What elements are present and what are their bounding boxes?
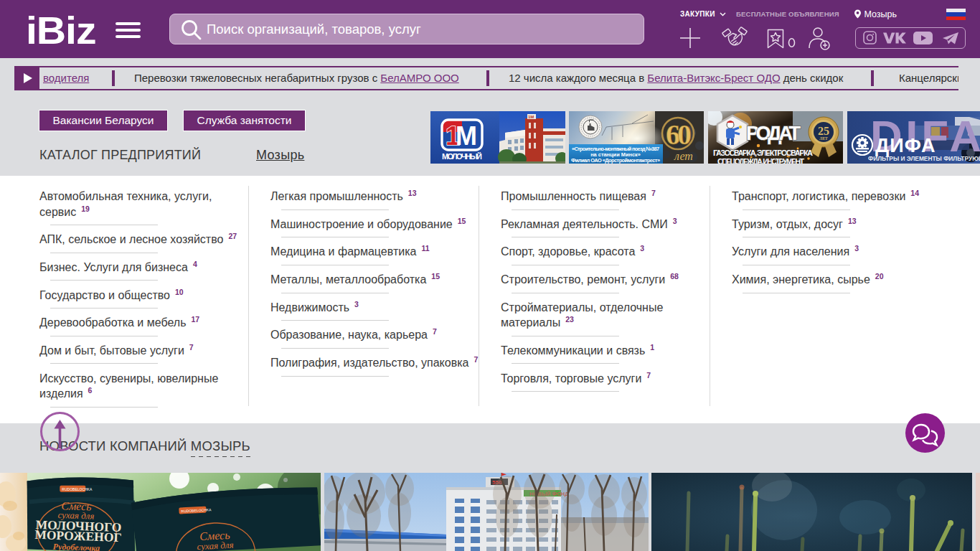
svg-text:1М: 1М bbox=[528, 115, 534, 119]
svg-text:СПЕЦОДЕЖДА, ИНСТРУМЕНТ: СПЕЦОДЕЖДА, ИНСТРУМЕНТ bbox=[717, 157, 804, 164]
svg-text:ЛЕТ: ЛЕТ bbox=[819, 136, 828, 141]
svg-text:Рудобелочка: Рудобелочка bbox=[52, 542, 100, 551]
svg-text:25: 25 bbox=[818, 125, 829, 137]
svg-text:сухая для: сухая для bbox=[197, 540, 234, 551]
svg-text:лет: лет bbox=[674, 150, 693, 162]
svg-text:ГАЗОСВАРКА, ЭЛЕКТРОСВАРКА: ГАЗОСВАРКА, ЭЛЕКТРОСВАРКА bbox=[713, 149, 813, 157]
svg-text:РОДАТ: РОДАТ bbox=[746, 123, 801, 144]
svg-text:М: М bbox=[456, 121, 477, 151]
svg-text:ФИЛЬТРЫ И ЭЛЕМЕНТЫ ФИЛЬТРУЮЩИЕ: ФИЛЬТРЫ И ЭЛЕМЕНТЫ ФИЛЬТРУЮЩИЕ bbox=[868, 155, 980, 162]
svg-text:RUDOBELOCHKA: RUDOBELOCHKA bbox=[62, 487, 93, 491]
svg-text:МОЛОЧНЫЙ: МОЛОЧНЫЙ bbox=[442, 152, 482, 161]
svg-text:ДИФА: ДИФА bbox=[875, 135, 936, 156]
svg-text:Филиал ОАО «Дорстроймонтажтрес: Филиал ОАО «Дорстроймонтажтрест» bbox=[571, 157, 660, 164]
svg-text:60: 60 bbox=[666, 118, 692, 151]
